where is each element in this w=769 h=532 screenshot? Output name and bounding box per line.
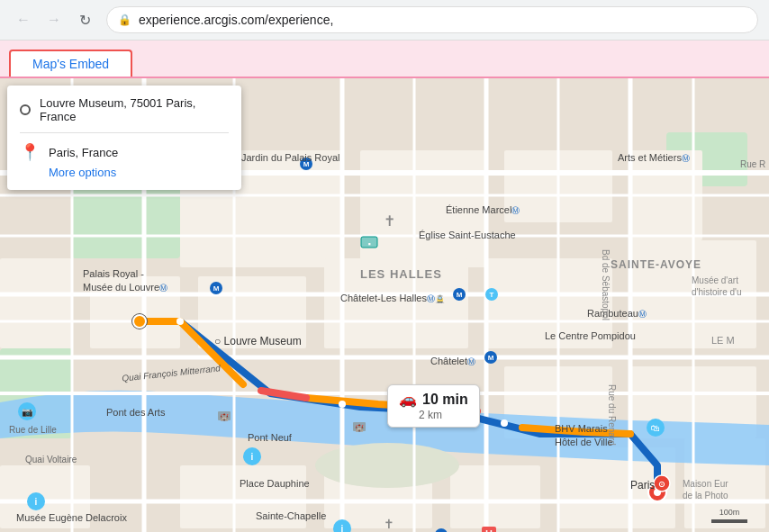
label-chatelet: ChâteletⓂ (430, 356, 475, 368)
label-paris: Paris (630, 479, 655, 491)
label-rue-de-lille: Rue de Lille (9, 425, 57, 435)
svg-text:T: T (490, 291, 494, 299)
label-maison-eur: Maison Eurde la Photo (683, 478, 728, 501)
svg-rect-21 (0, 258, 72, 348)
svg-point-43 (501, 419, 508, 427)
dest-pin-icon: 📍 (20, 142, 40, 162)
origin-row: Louvre Museum, 75001 Paris, France (20, 96, 229, 123)
label-musee-delacroix: Musée Eugène Delacroix (16, 512, 127, 523)
svg-point-46 (133, 315, 146, 328)
car-icon: 🚗 (399, 391, 417, 408)
svg-text:M: M (213, 284, 220, 293)
svg-text:🛍: 🛍 (651, 423, 660, 433)
label-sainte-chapelle: Sainte-Chapelle (256, 510, 326, 521)
duration-top: 🚗 10 min (399, 391, 468, 408)
label-palais-louvre: Palais Royal -Musée du LouvreⓂ (83, 267, 167, 295)
duration-time: 10 min (422, 392, 468, 408)
svg-text:🏰: 🏰 (355, 423, 364, 432)
address-bar[interactable]: 🔒 experience.arcgis.com/experience, (106, 6, 758, 33)
svg-text:✝: ✝ (384, 517, 394, 531)
svg-text:📷: 📷 (22, 406, 33, 418)
duration-distance: 2 km (419, 409, 442, 421)
label-pompidou: Le Centre Pompidou (545, 330, 636, 341)
map-container: M M M M T M M ⊙ ✝ ✝ ▪ i i i 📷 (0, 78, 769, 532)
label-chatelet-les-halles: Châtelet-Les HallesⓂ🚊 (340, 293, 445, 305)
svg-text:i: i (341, 524, 344, 532)
more-options-link[interactable]: More options (49, 166, 229, 179)
svg-rect-17 (450, 465, 540, 528)
svg-text:100m: 100m (719, 508, 740, 517)
label-les-halles: LES HALLES (360, 267, 442, 281)
svg-text:i: i (251, 452, 254, 462)
origin-text: Louvre Museum, 75001 Paris, France (40, 96, 229, 123)
label-rue-renard: Rue du Renard (607, 384, 617, 446)
directions-panel: Louvre Museum, 75001 Paris, France 📍 Par… (7, 86, 241, 190)
tab-maps-embed[interactable]: Map's Embed (9, 50, 132, 77)
svg-rect-89 (711, 519, 747, 523)
svg-text:H: H (485, 528, 493, 532)
label-palais-royal: Jardin du Palais Royal (241, 152, 339, 163)
label-louvre-museum: ○ Louvre Museum (214, 335, 302, 347)
origin-circle-icon (20, 104, 31, 115)
browser-bar: ← → ↻ 🔒 experience.arcgis.com/experience… (0, 0, 769, 41)
svg-text:⊙: ⊙ (658, 480, 665, 489)
label-bd-sebastopol: Bd de Sébastopol (601, 249, 611, 320)
svg-text:✝: ✝ (384, 213, 395, 229)
lock-icon: 🔒 (118, 14, 131, 26)
reload-button[interactable]: ↻ (72, 7, 97, 32)
svg-text:▪: ▪ (367, 239, 370, 248)
label-le-m: LE M (711, 335, 735, 346)
url-text: experience.arcgis.com/experience, (139, 13, 746, 27)
panel-divider (20, 132, 229, 133)
tab-label: Map's Embed (32, 57, 109, 71)
label-eglise: Église Saint-Eustache (419, 230, 516, 240)
dest-text: Paris, France (49, 146, 118, 159)
label-sainte-avoye: SAINTE-AVOYE (611, 258, 701, 271)
svg-text:🏰: 🏰 (220, 412, 229, 421)
back-button[interactable]: ← (11, 7, 36, 32)
svg-point-42 (339, 401, 346, 408)
label-arts-metiers: Arts et MétiersⓂ (618, 152, 690, 165)
label-bhv: BHV MaraisHôtel de Ville (555, 422, 613, 450)
label-pont-arts: Pont des Arts (106, 407, 165, 418)
label-pont-neuf: Pont Neuf (248, 432, 292, 443)
nav-buttons: ← → ↻ (11, 7, 97, 32)
svg-point-41 (176, 318, 184, 325)
forward-button[interactable]: → (41, 7, 67, 32)
label-etienne-marcel: Étienne MarcelⓂ (446, 204, 520, 217)
svg-text:i: i (35, 497, 38, 507)
label-rambuteau: RambuteauⓂ (587, 308, 647, 320)
dest-row: 📍 Paris, France (20, 142, 229, 162)
label-musee-art: Musée d'artd'histoire d'u (692, 275, 742, 298)
duration-badge: 🚗 10 min 2 km (387, 384, 480, 428)
tab-bar: Map's Embed (0, 41, 769, 78)
label-quai-voltaire: Quai Voltaire (25, 455, 77, 464)
svg-point-23 (315, 443, 459, 488)
label-place-dauphine: Place Dauphine (240, 478, 310, 489)
label-rue-r: Rue R (740, 159, 765, 169)
svg-text:M: M (488, 354, 494, 362)
svg-text:M: M (457, 291, 463, 299)
